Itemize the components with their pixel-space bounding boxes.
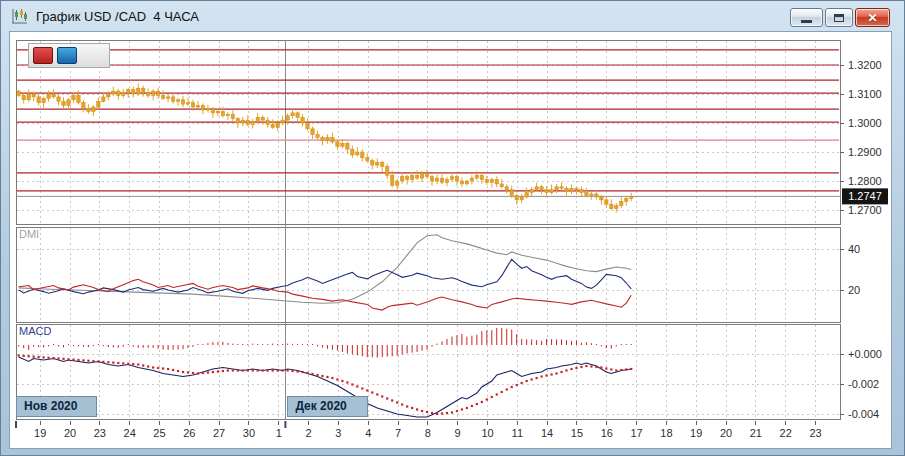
macd-signal-dot <box>287 369 289 371</box>
date-label: 10 <box>481 427 493 439</box>
macd-signal-dot <box>237 369 239 371</box>
macd-signal-dot <box>107 361 109 363</box>
macd-signal-dot <box>192 372 194 374</box>
macd-signal-dot <box>177 370 179 372</box>
macd-signal-dot <box>336 378 338 380</box>
macd-signal-dot <box>396 401 398 403</box>
macd-signal-dot <box>282 369 284 371</box>
macd-signal-dot <box>356 385 358 387</box>
window-chart-icon <box>10 6 30 26</box>
candle-body <box>550 190 553 193</box>
candle-body <box>361 152 364 158</box>
macd-signal-dot <box>52 357 54 359</box>
macd-signal-dot <box>43 356 45 358</box>
macd-signal-dot <box>162 367 164 369</box>
date-label: 15 <box>571 427 583 439</box>
red-marker-tool-button[interactable] <box>33 47 53 64</box>
close-button[interactable]: ✕ <box>855 8 890 27</box>
macd-signal-dot <box>421 410 423 412</box>
candle-body <box>87 109 90 112</box>
candle-body <box>137 88 140 94</box>
candle-body <box>620 201 623 205</box>
macd-signal-dot <box>511 386 513 388</box>
dmi-panel-label: DMI <box>19 228 39 240</box>
macd-signal-dot <box>326 376 328 378</box>
candle-body <box>495 180 498 184</box>
date-label: 2 <box>306 427 312 439</box>
candle-body <box>176 100 179 101</box>
macd-panel-label: MACD <box>19 325 51 337</box>
maximize-button[interactable] <box>825 8 853 27</box>
macd-signal-dot <box>376 393 378 395</box>
candle-body <box>226 114 229 115</box>
dmi-axis-label: 40 <box>848 243 860 255</box>
date-label: 27 <box>213 427 225 439</box>
macd-signal-dot <box>595 366 597 368</box>
candle-body <box>231 114 234 118</box>
candle-body <box>445 180 448 183</box>
candle-body <box>166 97 169 98</box>
macd-signal-dot <box>197 372 199 374</box>
date-label: 9 <box>455 427 461 439</box>
candle-body <box>465 181 468 184</box>
candle-body <box>415 175 418 178</box>
macd-axis-label: -0.002 <box>848 378 879 390</box>
candle-body <box>351 149 354 155</box>
candle-body <box>221 111 224 115</box>
macd-axis-label: -0.004 <box>848 408 879 420</box>
candle-body <box>555 187 558 190</box>
macd-signal-dot <box>252 369 254 371</box>
date-label: 7 <box>395 427 401 439</box>
current-price-value: 1.2747 <box>848 190 882 202</box>
candle-body <box>515 196 518 200</box>
candle-body <box>565 188 568 191</box>
candle-body <box>405 177 408 180</box>
macd-signal-dot <box>262 369 264 371</box>
macd-signal-dot <box>137 363 139 365</box>
macd-signal-dot <box>296 370 298 372</box>
date-label: 25 <box>153 427 165 439</box>
macd-signal-dot <box>550 373 552 375</box>
candle-body <box>540 187 543 190</box>
candle-body <box>47 94 50 98</box>
candle-body <box>206 109 209 110</box>
candle-body <box>151 91 154 95</box>
candle-body <box>450 177 453 180</box>
candle-body <box>286 116 289 120</box>
candle-body <box>610 204 613 208</box>
date-label: 19 <box>34 427 46 439</box>
macd-signal-dot <box>182 371 184 373</box>
candle-body <box>420 174 423 178</box>
candle-body <box>271 124 274 127</box>
macd-signal-dot <box>630 368 632 370</box>
macd-signal-dot <box>33 356 35 358</box>
candle-body <box>132 90 135 94</box>
price-axis-label: 1.2900 <box>848 146 882 158</box>
minimize-icon <box>801 20 812 23</box>
candle-body <box>161 95 164 98</box>
blue-marker-tool-button[interactable] <box>57 47 77 64</box>
candle-body <box>97 101 100 107</box>
candle-body <box>22 95 25 99</box>
macd-signal-dot <box>247 369 249 371</box>
date-label: 14 <box>541 427 553 439</box>
minimize-button[interactable] <box>790 8 823 27</box>
candle-body <box>475 175 478 178</box>
candle-body <box>600 197 603 200</box>
candle-body <box>37 97 40 103</box>
macd-signal-dot <box>381 395 383 397</box>
candle-body <box>142 88 145 92</box>
candle-body <box>560 187 563 188</box>
candle-body <box>590 194 593 195</box>
macd-signal-dot <box>541 375 543 377</box>
title-bar[interactable]: График USD /CAD 4 ЧАСА ✕ <box>1 1 904 31</box>
macd-signal-dot <box>461 408 463 410</box>
candle-body <box>341 143 344 146</box>
macd-signal-dot <box>257 369 259 371</box>
date-label: 4 <box>365 427 371 439</box>
candle-body <box>510 190 513 196</box>
candle-body <box>580 190 583 193</box>
chart-canvas[interactable]: 1920232425262730123478910111415161718192… <box>10 32 891 448</box>
macd-signal-dot <box>242 369 244 371</box>
macd-signal-dot <box>172 369 174 371</box>
